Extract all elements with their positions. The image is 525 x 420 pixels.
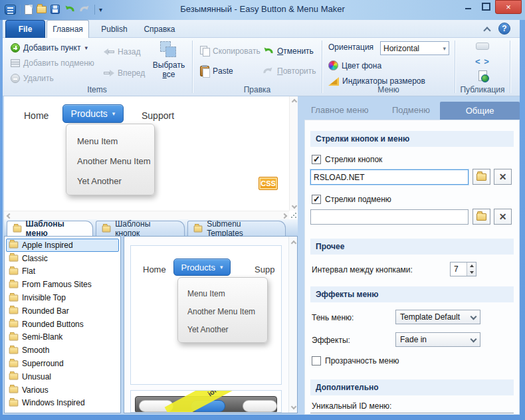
x-icon: ✕	[499, 171, 507, 182]
app-window: ▾ Безымянный - Easy Button & Menu Maker …	[0, 0, 525, 420]
template-item[interactable]: Invisible Top	[6, 291, 119, 304]
template-item[interactable]: Rounded Bar	[6, 304, 119, 318]
close-button[interactable]: ×	[495, 0, 522, 14]
tab-button-templates[interactable]: Шаблоны кнопок	[96, 221, 185, 236]
checkbox-button-arrows[interactable]: Стрелки кнопок	[312, 155, 382, 164]
collapse-ribbon-icon[interactable]	[484, 26, 490, 33]
tab-publish[interactable]: Publish	[94, 20, 134, 38]
css-badge[interactable]: CSS	[259, 177, 278, 190]
copy-button[interactable]: Скопировать	[200, 46, 261, 56]
minimize-button[interactable]	[459, 0, 477, 13]
unique-id-label: Уникальный ID меню:	[312, 401, 391, 411]
button-arrow-path-input[interactable]	[310, 169, 469, 185]
template-item[interactable]: Windows Inspired	[6, 397, 119, 410]
back-button[interactable]: Назад	[104, 47, 140, 56]
preview2-home: Home	[143, 264, 166, 274]
preview-menu-products[interactable]: Products▾	[62, 104, 124, 123]
vertical-scrollbar[interactable]	[289, 96, 298, 211]
background-color-button[interactable]: Цвет фона	[328, 60, 381, 70]
spin-down-icon[interactable]	[470, 271, 474, 274]
maximize-button[interactable]	[477, 0, 495, 13]
scroll-right-icon[interactable]	[282, 213, 286, 218]
template-item[interactable]: Smooth	[6, 344, 119, 357]
template-item[interactable]: Classic	[6, 252, 119, 265]
checkbox-checked-icon[interactable]	[312, 195, 321, 204]
view-code-button[interactable]: < >	[456, 57, 509, 66]
dropdown-item[interactable]: Menu Item	[77, 131, 154, 151]
dropdown-item: Menu Item	[187, 284, 267, 302]
resize-grip[interactable]	[290, 212, 297, 219]
vertical-scrollbar[interactable]	[288, 237, 297, 413]
redo-button[interactable]: Повторить	[262, 66, 316, 76]
folder-icon	[9, 242, 19, 249]
interval-spinner[interactable]: 7	[450, 262, 476, 276]
tab-main-menu[interactable]: Главное меню	[311, 105, 368, 115]
dropdown-item[interactable]: Yet Another	[77, 171, 154, 191]
tab-submenu-templates[interactable]: Submenu Templates	[187, 221, 286, 236]
scroll-up-icon[interactable]	[292, 99, 296, 104]
checkbox-menu-transparency[interactable]: Прозрачность меню	[312, 356, 399, 366]
checkbox-checked-icon[interactable]	[312, 155, 321, 164]
clear-button[interactable]: ✕	[494, 169, 512, 185]
add-item-button[interactable]: Добавить пункт▾	[11, 43, 88, 52]
submenu-arrow-path-input[interactable]	[310, 209, 469, 225]
orientation-select[interactable]: Horizontal▾	[380, 41, 449, 55]
tab-menu-templates[interactable]: Шаблоны меню	[7, 221, 93, 236]
help-button[interactable]: ?	[498, 23, 510, 35]
browse-button[interactable]	[472, 209, 490, 225]
dropdown-item[interactable]: Another Menu Item	[77, 151, 154, 171]
scroll-down-icon[interactable]	[292, 203, 296, 208]
forward-button[interactable]: Вперед	[104, 68, 145, 78]
tab-general[interactable]: Общие	[440, 102, 520, 120]
clear-button[interactable]: ✕	[494, 209, 512, 225]
add-submenu-button[interactable]: Добавить подменю	[11, 58, 94, 68]
tab-home[interactable]: Главная	[47, 20, 89, 38]
template-item[interactable]: Various	[6, 383, 119, 397]
paste-icon	[200, 66, 209, 76]
template-item[interactable]: Rounded Buttons	[6, 318, 119, 331]
preview2-dropdown: Menu Item Another Menu Item Yet Another	[177, 277, 268, 343]
template-item[interactable]: From Famous Sites	[6, 278, 119, 291]
folder-icon	[13, 225, 21, 232]
scroll-down-icon[interactable]	[291, 404, 296, 409]
button-icon	[476, 43, 489, 50]
checkbox-unchecked-icon[interactable]	[312, 356, 321, 366]
template-item[interactable]: Unusual	[6, 370, 119, 383]
preview-menu-home[interactable]: Home	[24, 110, 49, 121]
tab-submenu[interactable]: Подменю	[392, 105, 430, 115]
size-indicators-button[interactable]: Индикаторы размеров	[328, 76, 425, 86]
horizontal-scrollbar[interactable]	[4, 211, 289, 219]
browse-button[interactable]	[472, 169, 490, 185]
ribbon-group-items: Добавить пункт▾ Добавить подменю Удалить…	[3, 38, 191, 96]
template-preview-canvas[interactable]: Home Products▾ Supp Menu Item Another Me…	[130, 245, 282, 385]
tab-file[interactable]: File	[5, 20, 45, 38]
scroll-up-icon[interactable]	[291, 241, 296, 245]
undo-button[interactable]: Отменить	[262, 46, 314, 56]
tab-help[interactable]: Справка	[138, 20, 181, 38]
template-tab-bar: Шаблоны меню Шаблоны кнопок Submenu Temp…	[4, 219, 298, 236]
publish-page-button[interactable]	[456, 70, 509, 81]
scroll-left-icon[interactable]	[7, 213, 11, 218]
folder-icon	[194, 225, 203, 232]
select-all-button[interactable]: Выбрать все	[148, 40, 190, 81]
template-preview-panel: Home Products▾ Supp Menu Item Another Me…	[124, 236, 298, 413]
folder-icon	[9, 268, 19, 275]
template-item-selected[interactable]: Apple Inspired	[6, 239, 119, 252]
paste-button[interactable]: Paste	[200, 66, 233, 76]
template-list: Apple Inspired Classic Flat From Famous …	[4, 236, 121, 413]
spinner-buttons[interactable]	[467, 262, 476, 276]
publish-disabled-button[interactable]	[456, 43, 509, 50]
ribbon-tab-bar: File Главная Publish Справка ?	[3, 20, 520, 38]
unique-id-input-top-edge[interactable]	[310, 413, 514, 413]
preview-menu-support[interactable]: Support	[142, 110, 174, 121]
spin-up-icon[interactable]	[470, 264, 474, 267]
template-preview-canvas-2[interactable]: ion	[130, 390, 282, 413]
effects-select[interactable]: Fade in	[395, 332, 480, 347]
shadow-select[interactable]: Template Default	[395, 310, 480, 324]
checkbox-submenu-arrows[interactable]: Стрелки подменю	[312, 195, 391, 204]
delete-button[interactable]: Удалить	[11, 74, 54, 83]
chevron-down-icon: ▾	[84, 45, 88, 51]
template-item[interactable]: Semi-Blank	[6, 331, 119, 344]
template-item[interactable]: Flat	[6, 265, 119, 278]
template-item[interactable]: Superround	[6, 357, 119, 370]
